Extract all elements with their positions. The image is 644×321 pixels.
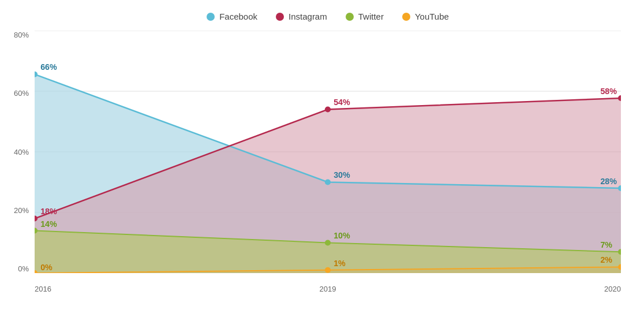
y-label-40: 40% bbox=[6, 148, 29, 156]
facebook-label-2016: 66% bbox=[40, 62, 57, 72]
legend-twitter: Twitter bbox=[346, 12, 384, 21]
facebook-label-2019: 30% bbox=[334, 170, 350, 180]
twitter-label-2016: 14% bbox=[40, 219, 57, 229]
twitter-label-2020: 7% bbox=[600, 240, 612, 249]
instagram-label-2020: 58% bbox=[600, 87, 617, 96]
twitter-dot-2019 bbox=[325, 240, 331, 246]
x-label-2019: 2019 bbox=[320, 285, 336, 293]
legend-youtube: YouTube bbox=[402, 12, 449, 21]
chart-container: Facebook Instagram Twitter YouTube 80% 6… bbox=[0, 0, 644, 321]
twitter-label-2019: 10% bbox=[334, 231, 350, 240]
instagram-legend-dot bbox=[276, 13, 284, 21]
facebook-label-2020: 28% bbox=[600, 177, 617, 186]
youtube-legend-dot bbox=[402, 13, 410, 21]
legend-instagram: Instagram bbox=[276, 12, 327, 21]
youtube-legend-label: YouTube bbox=[415, 12, 449, 21]
instagram-dot-2019 bbox=[325, 107, 331, 113]
youtube-label-2020: 2% bbox=[600, 255, 612, 264]
chart-legend: Facebook Instagram Twitter YouTube bbox=[35, 12, 621, 21]
facebook-legend-dot bbox=[207, 13, 215, 21]
instagram-label-2019: 54% bbox=[334, 98, 350, 107]
twitter-legend-dot bbox=[346, 13, 354, 21]
x-label-2016: 2016 bbox=[35, 285, 51, 293]
chart-area: 80% 60% 40% 20% 0% bbox=[35, 31, 621, 273]
youtube-dot-2019 bbox=[325, 267, 331, 273]
y-label-80: 80% bbox=[6, 31, 29, 39]
y-label-60: 60% bbox=[6, 89, 29, 98]
youtube-label-2016: 0% bbox=[40, 263, 53, 272]
y-label-20: 20% bbox=[6, 206, 29, 215]
chart-svg: 66% 30% 28% 18% 54% 58% 14% 10% 7% 0% 1%… bbox=[35, 31, 621, 273]
x-axis: 2016 2019 2020 bbox=[35, 285, 621, 293]
facebook-legend-label: Facebook bbox=[219, 12, 257, 21]
legend-facebook: Facebook bbox=[207, 12, 257, 21]
y-label-0: 0% bbox=[6, 264, 29, 273]
instagram-label-2016: 18% bbox=[40, 207, 57, 216]
x-label-2020: 2020 bbox=[604, 285, 621, 293]
facebook-dot-2019 bbox=[325, 180, 331, 185]
y-axis: 80% 60% 40% 20% 0% bbox=[6, 31, 29, 273]
youtube-label-2019: 1% bbox=[334, 259, 346, 268]
twitter-legend-label: Twitter bbox=[358, 12, 384, 21]
instagram-legend-label: Instagram bbox=[289, 12, 327, 21]
